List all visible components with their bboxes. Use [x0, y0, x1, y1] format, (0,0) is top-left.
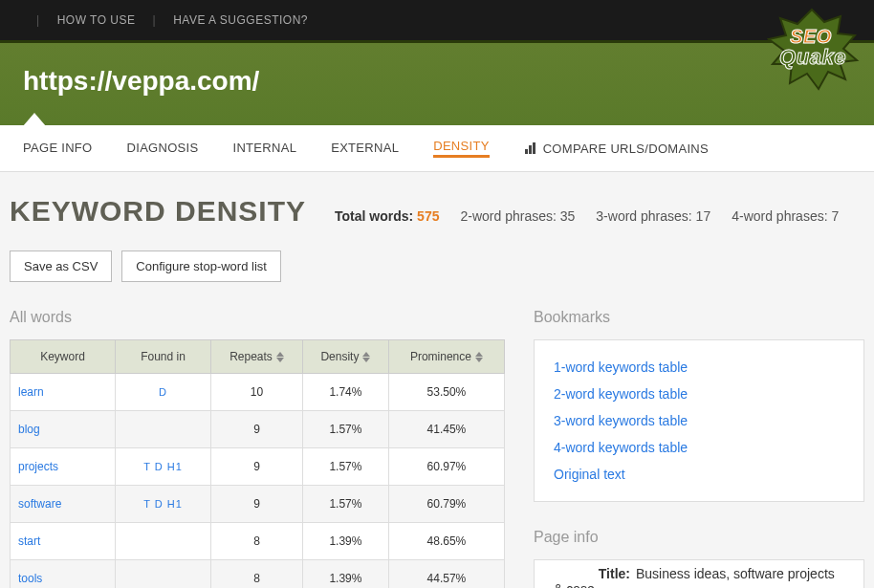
- pageinfo-title-label: Title:: [554, 566, 630, 581]
- density-cell: 1.39%: [302, 523, 388, 560]
- density-cell: 1.74%: [302, 374, 388, 411]
- keyword-link[interactable]: software: [18, 497, 61, 511]
- bookmark-link[interactable]: 4-word keywords table: [554, 440, 844, 455]
- tab-diagnosis[interactable]: DIAGNOSIS: [127, 141, 199, 157]
- svg-rect-3: [529, 145, 532, 154]
- tab-page-info[interactable]: PAGE INFO: [23, 141, 93, 157]
- table-row: learnD101.74%53.50%: [11, 374, 505, 411]
- density-cell: 1.57%: [302, 486, 388, 523]
- svg-text:Quake: Quake: [779, 45, 846, 69]
- prominence-cell: 53.50%: [388, 374, 504, 411]
- repeats-cell: 9: [211, 411, 303, 448]
- th-keyword[interactable]: Keyword: [11, 340, 116, 374]
- page-url: https://veppa.com/: [23, 66, 851, 97]
- stats: Total words: 575 2-word phrases: 35 3-wo…: [335, 208, 839, 224]
- table-row: projectsT D H191.57%60.97%: [11, 448, 505, 486]
- tabs-bar: PAGE INFO DIAGNOSIS INTERNAL EXTERNAL DE…: [0, 125, 874, 172]
- found-in: D: [159, 386, 167, 398]
- tab-internal[interactable]: INTERNAL: [232, 141, 296, 157]
- bookmark-link[interactable]: 1-word keywords table: [554, 359, 844, 375]
- th-found-in[interactable]: Found in: [116, 340, 211, 374]
- bookmark-link[interactable]: Original text: [554, 467, 844, 482]
- bookmark-link[interactable]: 3-word keywords table: [554, 413, 844, 428]
- table-row: blog91.57%41.45%: [11, 411, 505, 448]
- bookmarks-title: Bookmarks: [534, 309, 864, 326]
- bar-chart-icon: [524, 142, 537, 155]
- tab-compare[interactable]: COMPARE URLS/DOMAINS: [524, 142, 709, 156]
- svg-rect-2: [525, 149, 528, 154]
- svg-text:SEO: SEO: [790, 26, 832, 47]
- repeats-cell: 9: [211, 486, 303, 523]
- prominence-cell: 44.57%: [388, 560, 504, 589]
- save-csv-button[interactable]: Save as CSV: [10, 250, 112, 282]
- keyword-link[interactable]: learn: [18, 385, 44, 399]
- table-row: tools81.39%44.57%: [11, 560, 505, 589]
- keywords-table: Keyword Found in Repeats Density Promine…: [10, 339, 505, 588]
- table-row: start81.39%48.65%: [11, 523, 505, 560]
- page-title: KEYWORD DENSITY: [10, 195, 306, 228]
- configure-stopwords-button[interactable]: Configure stop-word list: [121, 250, 281, 282]
- keyword-link[interactable]: projects: [18, 460, 58, 473]
- keyword-link[interactable]: start: [18, 534, 40, 548]
- repeats-cell: 9: [211, 448, 303, 486]
- tab-compare-label: COMPARE URLS/DOMAINS: [543, 142, 709, 156]
- prominence-cell: 48.65%: [388, 523, 504, 560]
- th-density[interactable]: Density: [302, 340, 388, 374]
- pageinfo-box: Title:Business ideas, software projects …: [534, 559, 864, 588]
- table-row: softwareT D H191.57%60.79%: [11, 486, 505, 523]
- how-to-use-link[interactable]: HOW TO USE: [57, 13, 136, 27]
- tab-external[interactable]: EXTERNAL: [331, 141, 399, 157]
- prominence-cell: 60.79%: [388, 486, 504, 523]
- bookmark-link[interactable]: 2-word keywords table: [554, 386, 844, 402]
- th-prominence[interactable]: Prominence: [388, 340, 504, 374]
- repeats-cell: 8: [211, 560, 303, 589]
- tab-density[interactable]: DENSITY: [433, 139, 489, 158]
- density-cell: 1.57%: [302, 448, 388, 486]
- repeats-cell: 10: [211, 374, 303, 411]
- prominence-cell: 60.97%: [388, 448, 504, 486]
- repeats-cell: 8: [211, 523, 303, 560]
- keyword-link[interactable]: tools: [18, 572, 42, 585]
- table-section-title: All words: [10, 309, 505, 326]
- density-cell: 1.39%: [302, 560, 388, 589]
- header: https://veppa.com/: [0, 40, 874, 125]
- seoquake-logo: SEO Quake: [759, 5, 864, 94]
- prominence-cell: 41.45%: [388, 411, 504, 448]
- th-repeats[interactable]: Repeats: [211, 340, 303, 374]
- topbar: | HOW TO USE | HAVE A SUGGESTION? SEO Qu…: [0, 0, 874, 40]
- svg-rect-4: [533, 142, 535, 154]
- suggestion-link[interactable]: HAVE A SUGGESTION?: [173, 13, 308, 27]
- found-in: T D H1: [143, 498, 183, 510]
- pageinfo-title: Page info: [534, 529, 864, 546]
- bookmarks-box: 1-word keywords table2-word keywords tab…: [534, 339, 864, 502]
- found-in: T D H1: [143, 461, 183, 472]
- density-cell: 1.57%: [302, 411, 388, 448]
- keyword-link[interactable]: blog: [18, 423, 40, 436]
